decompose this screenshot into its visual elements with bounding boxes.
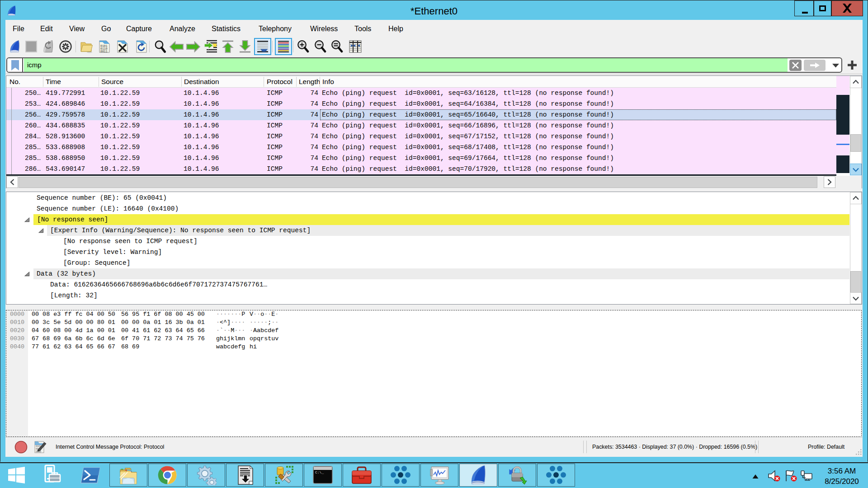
svg-text:C:\_: C:\_	[315, 470, 324, 474]
svg-text:0011: 0011	[100, 50, 108, 53]
